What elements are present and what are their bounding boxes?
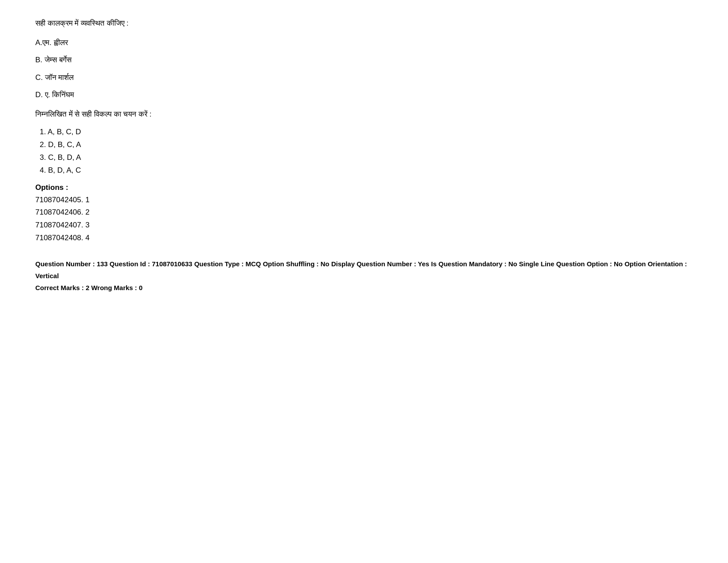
option-b-label: B. <box>35 56 45 64</box>
numbered-option-1: 1. A, B, C, D <box>40 126 693 139</box>
option-codes-list: 71087042405. 1 71087042406. 2 7108704240… <box>35 194 693 245</box>
option-b-text: जेम्स बर्गेस <box>45 56 71 64</box>
options-list: A.एम. ह्वीलर B. जेम्स बर्गेस C. जॉन मार्… <box>35 37 693 101</box>
meta-line1: Question Number : 133 Question Id : 7108… <box>35 258 693 282</box>
num-3: 3. <box>40 153 48 162</box>
options-label: Options : <box>35 183 693 192</box>
option-d: D. ए. किनिंघम <box>35 89 693 101</box>
option-c-label: C. <box>35 73 45 82</box>
question-container: सही कालक्रम में व्यवस्थित कीजिए : A.एम. … <box>35 18 693 294</box>
option-c-text: जॉन मार्शल <box>45 73 74 82</box>
numbered-option-2: 2. D, B, C, A <box>40 139 693 151</box>
meta-line2: Correct Marks : 2 Wrong Marks : 0 <box>35 282 693 294</box>
num-1: 1. <box>40 128 48 136</box>
question-instruction: सही कालक्रम में व्यवस्थित कीजिए : <box>35 18 693 29</box>
option-b: B. जेम्स बर्गेस <box>35 54 693 66</box>
numbered-option-3: 3. C, B, D, A <box>40 151 693 164</box>
num-4: 4. <box>40 166 48 174</box>
sub-instruction: निम्नलिखित में से सही विकल्प का चयन करें… <box>35 109 693 120</box>
num-2: 2. <box>40 140 48 149</box>
numbered-options-list: 1. A, B, C, D 2. D, B, C, A 3. C, B, D, … <box>40 126 693 177</box>
option-a: A.एम. ह्वीलर <box>35 37 693 49</box>
numbered-option-4: 4. B, D, A, C <box>40 164 693 177</box>
meta-info: Question Number : 133 Question Id : 7108… <box>35 258 693 294</box>
option-c: C. जॉन मार्शल <box>35 72 693 83</box>
option-code-4: 71087042408. 4 <box>35 232 693 245</box>
option-code-3: 71087042407. 3 <box>35 219 693 232</box>
option-a-label: A. <box>35 38 42 47</box>
option-code-1: 71087042405. 1 <box>35 194 693 207</box>
option-d-label: D. <box>35 91 45 99</box>
option-d-text: ए. किनिंघम <box>45 91 74 99</box>
option-code-2: 71087042406. 2 <box>35 206 693 219</box>
option-a-text: एम. ह्वीलर <box>42 38 68 47</box>
